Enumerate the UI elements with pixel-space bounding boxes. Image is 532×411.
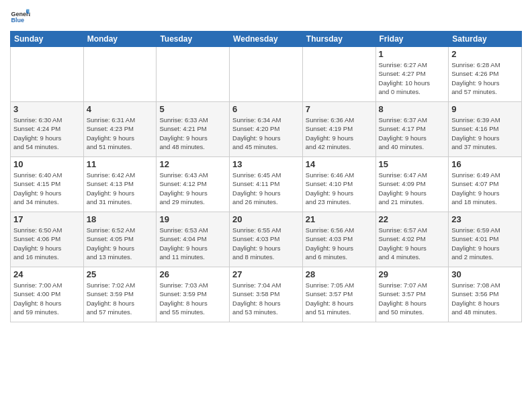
- day-info: Sunrise: 7:02 AM Sunset: 3:59 PM Dayligh…: [87, 281, 154, 316]
- day-info: Sunrise: 6:36 AM Sunset: 4:19 PM Dayligh…: [306, 116, 373, 151]
- day-number: 30: [451, 269, 519, 279]
- day-info: Sunrise: 6:56 AM Sunset: 4:03 PM Dayligh…: [306, 226, 373, 261]
- calendar-cell: 25Sunrise: 7:02 AM Sunset: 3:59 PM Dayli…: [83, 267, 157, 322]
- calendar-week-row: 3Sunrise: 6:30 AM Sunset: 4:24 PM Daylig…: [11, 102, 522, 157]
- day-info: Sunrise: 7:08 AM Sunset: 3:56 PM Dayligh…: [451, 281, 519, 316]
- day-info: Sunrise: 7:00 AM Sunset: 4:00 PM Dayligh…: [13, 281, 81, 316]
- logo: General Blue: [10, 7, 30, 27]
- day-number: 26: [159, 269, 226, 279]
- calendar-cell: 21Sunrise: 6:56 AM Sunset: 4:03 PM Dayli…: [302, 212, 375, 267]
- weekday-header: Thursday: [302, 32, 375, 47]
- day-info: Sunrise: 6:52 AM Sunset: 4:05 PM Dayligh…: [87, 226, 154, 261]
- day-info: Sunrise: 6:47 AM Sunset: 4:09 PM Dayligh…: [379, 171, 446, 206]
- weekday-header: Saturday: [449, 32, 522, 47]
- calendar-cell: 29Sunrise: 7:07 AM Sunset: 3:57 PM Dayli…: [375, 267, 449, 322]
- day-info: Sunrise: 6:31 AM Sunset: 4:23 PM Dayligh…: [87, 116, 154, 151]
- day-number: 22: [379, 214, 446, 224]
- day-number: 3: [13, 104, 81, 114]
- calendar-cell: 27Sunrise: 7:04 AM Sunset: 3:58 PM Dayli…: [230, 267, 303, 322]
- day-info: Sunrise: 6:53 AM Sunset: 4:04 PM Dayligh…: [159, 226, 226, 261]
- calendar-week-row: 10Sunrise: 6:40 AM Sunset: 4:15 PM Dayli…: [11, 157, 522, 212]
- day-info: Sunrise: 6:30 AM Sunset: 4:24 PM Dayligh…: [13, 116, 81, 151]
- day-info: Sunrise: 6:50 AM Sunset: 4:06 PM Dayligh…: [13, 226, 81, 261]
- day-number: 5: [159, 104, 226, 114]
- calendar-cell: 30Sunrise: 7:08 AM Sunset: 3:56 PM Dayli…: [449, 267, 522, 322]
- weekday-header: Friday: [375, 32, 449, 47]
- calendar-cell: 20Sunrise: 6:55 AM Sunset: 4:03 PM Dayli…: [230, 212, 303, 267]
- day-info: Sunrise: 6:33 AM Sunset: 4:21 PM Dayligh…: [159, 116, 226, 151]
- calendar-week-row: 24Sunrise: 7:00 AM Sunset: 4:00 PM Dayli…: [11, 267, 522, 322]
- day-number: 20: [232, 214, 300, 224]
- calendar-cell: 12Sunrise: 6:43 AM Sunset: 4:12 PM Dayli…: [157, 157, 230, 212]
- weekday-header: Monday: [83, 32, 157, 47]
- calendar-cell: 22Sunrise: 6:57 AM Sunset: 4:02 PM Dayli…: [375, 212, 449, 267]
- day-number: 17: [13, 214, 81, 224]
- calendar-cell: 8Sunrise: 6:37 AM Sunset: 4:17 PM Daylig…: [375, 102, 449, 157]
- day-info: Sunrise: 6:55 AM Sunset: 4:03 PM Dayligh…: [232, 226, 300, 261]
- calendar-cell: 10Sunrise: 6:40 AM Sunset: 4:15 PM Dayli…: [11, 157, 84, 212]
- day-number: 16: [451, 159, 519, 169]
- day-info: Sunrise: 6:34 AM Sunset: 4:20 PM Dayligh…: [232, 116, 300, 151]
- day-info: Sunrise: 7:03 AM Sunset: 3:59 PM Dayligh…: [159, 281, 226, 316]
- day-number: 23: [451, 214, 519, 224]
- day-number: 1: [379, 49, 446, 59]
- day-number: 21: [306, 214, 373, 224]
- calendar-cell: 18Sunrise: 6:52 AM Sunset: 4:05 PM Dayli…: [83, 212, 157, 267]
- calendar-cell: [230, 47, 303, 102]
- day-number: 27: [232, 269, 300, 279]
- day-info: Sunrise: 7:04 AM Sunset: 3:58 PM Dayligh…: [232, 281, 300, 316]
- day-number: 2: [451, 49, 519, 59]
- calendar-cell: 14Sunrise: 6:46 AM Sunset: 4:10 PM Dayli…: [302, 157, 375, 212]
- calendar-cell: 19Sunrise: 6:53 AM Sunset: 4:04 PM Dayli…: [157, 212, 230, 267]
- calendar-cell: 16Sunrise: 6:49 AM Sunset: 4:07 PM Dayli…: [449, 157, 522, 212]
- calendar-cell: [302, 47, 375, 102]
- day-number: 25: [87, 269, 154, 279]
- day-number: 12: [159, 159, 226, 169]
- calendar-cell: 26Sunrise: 7:03 AM Sunset: 3:59 PM Dayli…: [157, 267, 230, 322]
- day-number: 8: [379, 104, 446, 114]
- calendar-cell: 3Sunrise: 6:30 AM Sunset: 4:24 PM Daylig…: [11, 102, 84, 157]
- calendar-cell: 2Sunrise: 6:28 AM Sunset: 4:26 PM Daylig…: [449, 47, 522, 102]
- day-number: 18: [87, 214, 154, 224]
- day-number: 28: [306, 269, 373, 279]
- day-info: Sunrise: 6:37 AM Sunset: 4:17 PM Dayligh…: [379, 116, 446, 151]
- day-number: 29: [379, 269, 446, 279]
- header: General Blue: [10, 7, 522, 27]
- day-number: 19: [159, 214, 226, 224]
- calendar-cell: 1Sunrise: 6:27 AM Sunset: 4:27 PM Daylig…: [375, 47, 449, 102]
- calendar-cell: [11, 47, 84, 102]
- calendar-cell: 11Sunrise: 6:42 AM Sunset: 4:13 PM Dayli…: [83, 157, 157, 212]
- calendar-cell: 28Sunrise: 7:05 AM Sunset: 3:57 PM Dayli…: [302, 267, 375, 322]
- day-info: Sunrise: 6:40 AM Sunset: 4:15 PM Dayligh…: [13, 171, 81, 206]
- page: General Blue SundayMondayTuesdayWednesda…: [0, 0, 532, 411]
- calendar-cell: 13Sunrise: 6:45 AM Sunset: 4:11 PM Dayli…: [230, 157, 303, 212]
- day-info: Sunrise: 6:46 AM Sunset: 4:10 PM Dayligh…: [306, 171, 373, 206]
- calendar-cell: 17Sunrise: 6:50 AM Sunset: 4:06 PM Dayli…: [11, 212, 84, 267]
- day-number: 13: [232, 159, 300, 169]
- calendar-cell: [83, 47, 157, 102]
- calendar-cell: 9Sunrise: 6:39 AM Sunset: 4:16 PM Daylig…: [449, 102, 522, 157]
- day-number: 24: [13, 269, 81, 279]
- day-number: 14: [306, 159, 373, 169]
- weekday-header-row: SundayMondayTuesdayWednesdayThursdayFrid…: [11, 32, 522, 47]
- day-info: Sunrise: 6:42 AM Sunset: 4:13 PM Dayligh…: [87, 171, 154, 206]
- weekday-header: Tuesday: [157, 32, 230, 47]
- calendar-cell: 15Sunrise: 6:47 AM Sunset: 4:09 PM Dayli…: [375, 157, 449, 212]
- calendar-cell: 23Sunrise: 6:59 AM Sunset: 4:01 PM Dayli…: [449, 212, 522, 267]
- day-info: Sunrise: 6:45 AM Sunset: 4:11 PM Dayligh…: [232, 171, 300, 206]
- weekday-header: Wednesday: [230, 32, 303, 47]
- svg-text:Blue: Blue: [11, 17, 25, 24]
- weekday-header: Sunday: [11, 32, 84, 47]
- day-info: Sunrise: 6:27 AM Sunset: 4:27 PM Dayligh…: [379, 60, 446, 96]
- day-info: Sunrise: 6:57 AM Sunset: 4:02 PM Dayligh…: [379, 226, 446, 261]
- day-number: 15: [379, 159, 446, 169]
- calendar: SundayMondayTuesdayWednesdayThursdayFrid…: [10, 31, 522, 322]
- day-info: Sunrise: 6:43 AM Sunset: 4:12 PM Dayligh…: [159, 171, 226, 206]
- day-info: Sunrise: 6:39 AM Sunset: 4:16 PM Dayligh…: [451, 116, 519, 151]
- day-number: 6: [232, 104, 300, 114]
- day-info: Sunrise: 7:07 AM Sunset: 3:57 PM Dayligh…: [379, 281, 446, 316]
- day-number: 11: [87, 159, 154, 169]
- day-info: Sunrise: 6:28 AM Sunset: 4:26 PM Dayligh…: [451, 60, 519, 96]
- calendar-cell: [157, 47, 230, 102]
- logo-icon: General Blue: [10, 7, 30, 27]
